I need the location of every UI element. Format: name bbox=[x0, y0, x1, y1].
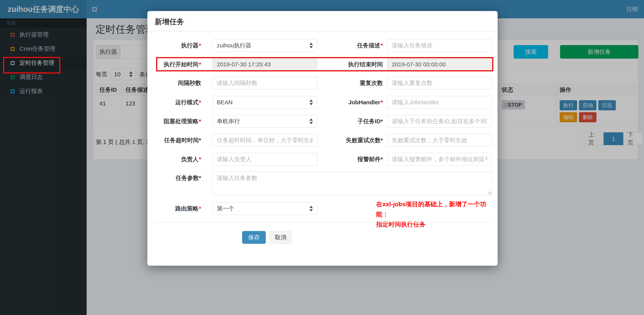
field-label-text: 间隔秒数 bbox=[178, 79, 201, 87]
field-control bbox=[387, 77, 492, 89]
field-label: 路由策略* bbox=[147, 202, 201, 215]
间隔秒数-input[interactable] bbox=[212, 77, 317, 89]
required-asterisk: * bbox=[380, 137, 383, 144]
form-row: 任务参数* bbox=[147, 172, 498, 195]
field-control: 第一个 bbox=[212, 202, 317, 215]
JobHandler-input[interactable] bbox=[387, 96, 492, 109]
form-row: 执行器*zuihou执行器任务描述* bbox=[147, 39, 498, 52]
field-label-text: 任务参数 bbox=[176, 174, 199, 182]
field-control bbox=[212, 153, 317, 166]
field-label: 失败重试次数* bbox=[322, 134, 383, 147]
field-label: 运行模式* bbox=[147, 96, 201, 109]
select-arrows-icon bbox=[310, 43, 313, 48]
required-asterisk: * bbox=[199, 118, 201, 125]
select-value: zuihou执行器 bbox=[217, 42, 251, 50]
报警邮件-input[interactable] bbox=[387, 153, 492, 166]
field-control bbox=[212, 134, 317, 147]
field-control: 单机串行 bbox=[212, 115, 317, 128]
form-row-time-range: 执行开始时间*2019-07-30 17:25:43执行结束时间2019-07-… bbox=[147, 58, 498, 71]
field-control bbox=[212, 77, 317, 89]
field-label-text: 执行器 bbox=[181, 42, 198, 50]
任务参数-textarea[interactable] bbox=[212, 172, 492, 195]
field-control: BEAN bbox=[212, 96, 317, 109]
form-row: 负责人*报警邮件* bbox=[147, 153, 498, 166]
readonly-value: 2019-07-30 17:25:43 bbox=[217, 61, 271, 68]
field-label-text: 运行模式 bbox=[175, 99, 198, 106]
field-label-text: 执行结束时间 bbox=[348, 61, 383, 69]
modal-title: 新增任务 bbox=[155, 17, 184, 27]
field-label: 执行开始时间* bbox=[147, 58, 201, 71]
field-label-text: 子任务ID bbox=[358, 117, 380, 125]
form-row: 任务超时时间*失败重试次数* bbox=[147, 134, 498, 147]
cancel-button[interactable]: 取消 bbox=[270, 231, 292, 244]
annotation-note-line: 指定时间执行任务 bbox=[376, 219, 498, 229]
负责人-input[interactable] bbox=[212, 153, 317, 166]
required-asterisk: * bbox=[199, 137, 201, 144]
save-button[interactable]: 保存 bbox=[242, 231, 266, 244]
field-label: JobHandler* bbox=[322, 96, 383, 109]
field-label: 阻塞处理策略* bbox=[147, 115, 201, 128]
field-label: 重复次数 bbox=[322, 77, 383, 89]
add-task-modal: 新增任务 执行器*zuihou执行器任务描述*执行开始时间*2019-07-30… bbox=[147, 11, 498, 266]
子任务ID-input[interactable] bbox=[387, 115, 492, 128]
field-label-text: 执行开始时间 bbox=[164, 61, 198, 69]
required-asterisk: * bbox=[380, 118, 383, 125]
select-value: 单机串行 bbox=[217, 117, 240, 125]
form-row: 阻塞处理策略*单机串行子任务ID* bbox=[147, 115, 498, 128]
resize-grip-icon[interactable] bbox=[488, 192, 491, 195]
任务超时时间-input[interactable] bbox=[212, 134, 317, 147]
field-label-text: 阻塞处理策略 bbox=[164, 117, 198, 125]
失败重试次数-input[interactable] bbox=[387, 134, 492, 147]
required-asterisk: * bbox=[380, 42, 383, 49]
field-control bbox=[387, 96, 492, 109]
field-label: 间隔秒数 bbox=[147, 77, 201, 89]
select-value: 第一个 bbox=[217, 205, 234, 213]
select-arrows-icon bbox=[310, 118, 313, 124]
field-control: 2019-07-30 17:25:43 bbox=[212, 58, 317, 71]
form-row: 运行模式*BEANJobHandler* bbox=[147, 96, 498, 109]
field-label-text: 任务描述 bbox=[357, 42, 380, 50]
form-row: 间隔秒数重复次数 bbox=[147, 77, 498, 89]
field-label-text: JobHandler bbox=[348, 99, 380, 106]
modal-footer: 保存 取消 bbox=[242, 231, 292, 244]
select-value: BEAN bbox=[217, 99, 233, 106]
执行结束时间-readonly-input[interactable]: 2019-07-30 00:00:00 bbox=[387, 58, 492, 71]
field-label: 执行结束时间 bbox=[322, 58, 383, 71]
field-control bbox=[387, 134, 492, 147]
field-control bbox=[387, 39, 492, 52]
app-root: zuihou任务调度中心 注销 导航 执行器管理Cron任务管理定时任务管理调度… bbox=[0, 0, 644, 315]
任务描述-input[interactable] bbox=[387, 39, 492, 52]
required-asterisk: * bbox=[380, 99, 383, 106]
field-control bbox=[212, 172, 492, 195]
field-label-text: 重复次数 bbox=[360, 79, 383, 87]
annotation-note-text: 在xxl-jobs项目的基础上，新增了一个功能：指定时间执行任务 bbox=[376, 199, 498, 229]
field-label: 任务超时时间* bbox=[147, 134, 201, 147]
select-arrows-icon bbox=[310, 206, 313, 211]
阻塞处理策略-select[interactable]: 单机串行 bbox=[212, 115, 317, 128]
执行开始时间-readonly-input[interactable]: 2019-07-30 17:25:43 bbox=[212, 58, 317, 71]
annotation-note-line: 在xxl-jobs项目的基础上，新增了一个功能： bbox=[376, 199, 498, 219]
路由策略-select[interactable]: 第一个 bbox=[212, 202, 317, 215]
required-asterisk: * bbox=[199, 99, 201, 106]
field-control: zuihou执行器 bbox=[212, 39, 317, 52]
运行模式-select[interactable]: BEAN bbox=[212, 96, 317, 109]
modal-footer-divider bbox=[155, 222, 490, 222]
required-asterisk: * bbox=[199, 61, 201, 68]
field-label: 负责人* bbox=[147, 153, 201, 166]
field-label: 执行器* bbox=[147, 39, 201, 52]
field-control bbox=[387, 153, 492, 166]
field-label-text: 报警邮件 bbox=[358, 155, 380, 163]
field-label-text: 任务超时时间 bbox=[164, 136, 199, 144]
required-asterisk: * bbox=[199, 205, 201, 212]
field-label: 子任务ID* bbox=[322, 115, 383, 128]
required-asterisk: * bbox=[199, 175, 201, 181]
required-asterisk: * bbox=[199, 42, 201, 49]
执行器-select[interactable]: zuihou执行器 bbox=[212, 39, 317, 52]
field-control: 2019-07-30 00:00:00 bbox=[387, 58, 492, 71]
field-label: 报警邮件* bbox=[322, 153, 383, 166]
重复次数-input[interactable] bbox=[387, 77, 492, 89]
field-label: 任务描述* bbox=[322, 39, 383, 52]
field-control bbox=[387, 115, 492, 128]
field-label-text: 负责人 bbox=[181, 155, 198, 163]
field-label: 任务参数* bbox=[147, 172, 201, 184]
